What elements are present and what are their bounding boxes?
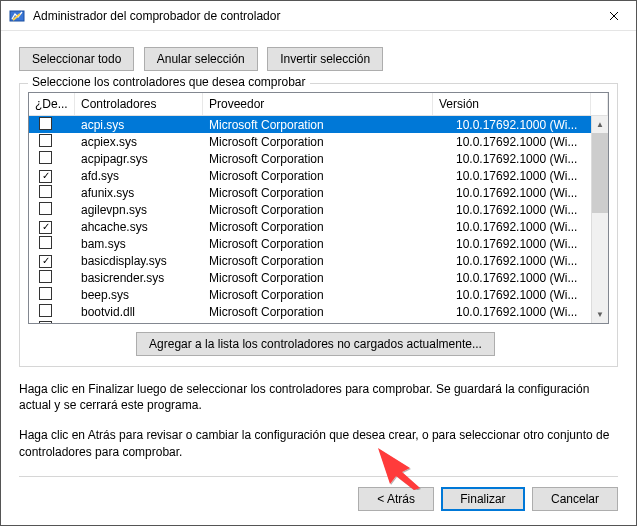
cell-provider: Microsoft Corporation bbox=[203, 271, 450, 285]
cell-provider: Microsoft Corporation bbox=[203, 135, 450, 149]
row-checkbox[interactable] bbox=[39, 270, 52, 283]
invert-selection-button[interactable]: Invertir selección bbox=[267, 47, 383, 71]
content-area: Seleccionar todo Anular selección Invert… bbox=[1, 31, 636, 525]
cell-driver: beep.sys bbox=[75, 288, 203, 302]
back-button[interactable]: < Atrás bbox=[358, 487, 434, 511]
cell-provider: Microsoft Corporation bbox=[203, 305, 450, 319]
list-header: ¿De... Controladores Proveedor Versión bbox=[29, 93, 608, 116]
row-checkbox[interactable] bbox=[39, 117, 52, 130]
table-row[interactable]: bootvid.dllMicrosoft Corporation10.0.176… bbox=[29, 303, 608, 320]
deselect-all-button[interactable]: Anular selección bbox=[144, 47, 258, 71]
row-checkbox[interactable] bbox=[39, 202, 52, 215]
row-checkbox[interactable] bbox=[39, 304, 52, 317]
cell-version: 10.0.17692.1000 (Wi... bbox=[450, 237, 608, 251]
cell-version: 10.0.17692.1000 (Wi... bbox=[450, 220, 608, 234]
table-row[interactable]: acpipagr.sysMicrosoft Corporation10.0.17… bbox=[29, 150, 608, 167]
column-header-check[interactable]: ¿De... bbox=[29, 93, 75, 115]
row-checkbox[interactable] bbox=[39, 321, 52, 324]
cancel-button[interactable]: Cancelar bbox=[532, 487, 618, 511]
cell-provider: Microsoft Corporation bbox=[203, 254, 450, 268]
app-icon bbox=[9, 8, 25, 24]
cell-version: 10.0.17692.1000 (Wi... bbox=[450, 203, 608, 217]
column-header-version[interactable]: Versión bbox=[433, 93, 591, 115]
row-checkbox[interactable]: ✓ bbox=[39, 255, 52, 268]
selection-button-row: Seleccionar todo Anular selección Invert… bbox=[19, 47, 618, 71]
cell-provider: Microsoft Corporation bbox=[203, 237, 450, 251]
cell-version: 10.0.17692.1000 (Wi... bbox=[450, 322, 608, 324]
cell-driver: acpipagr.sys bbox=[75, 152, 203, 166]
table-row[interactable]: bowser.sysMicrosoft Corporation10.0.1769… bbox=[29, 320, 608, 323]
scroll-track[interactable] bbox=[592, 213, 608, 306]
cell-provider: Microsoft Corporation bbox=[203, 118, 450, 132]
row-checkbox[interactable]: ✓ bbox=[39, 170, 52, 183]
driver-list[interactable]: ¿De... Controladores Proveedor Versión a… bbox=[28, 92, 609, 324]
column-header-provider[interactable]: Proveedor bbox=[203, 93, 433, 115]
finish-button[interactable]: Finalizar bbox=[441, 487, 524, 511]
cell-provider: Microsoft Corporation bbox=[203, 152, 450, 166]
cell-version: 10.0.17692.1000 (Wi... bbox=[450, 118, 608, 132]
scroll-down-button[interactable]: ▼ bbox=[592, 306, 608, 323]
cell-driver: ahcache.sys bbox=[75, 220, 203, 234]
cell-version: 10.0.17692.1000 (Wi... bbox=[450, 152, 608, 166]
dialog-window: Administrador del comprobador de control… bbox=[0, 0, 637, 526]
wizard-footer: < Atrás Finalizar Cancelar bbox=[19, 476, 618, 511]
table-row[interactable]: ✓ahcache.sysMicrosoft Corporation10.0.17… bbox=[29, 218, 608, 235]
table-row[interactable]: acpiex.sysMicrosoft Corporation10.0.1769… bbox=[29, 133, 608, 150]
cell-version: 10.0.17692.1000 (Wi... bbox=[450, 169, 608, 183]
help-text-2: Haga clic en Atrás para revisar o cambia… bbox=[19, 427, 618, 459]
cell-driver: afunix.sys bbox=[75, 186, 203, 200]
cell-driver: basicrender.sys bbox=[75, 271, 203, 285]
cell-provider: Microsoft Corporation bbox=[203, 220, 450, 234]
cell-version: 10.0.17692.1000 (Wi... bbox=[450, 254, 608, 268]
list-body: acpi.sysMicrosoft Corporation10.0.17692.… bbox=[29, 116, 608, 323]
window-title: Administrador del comprobador de control… bbox=[33, 9, 591, 23]
table-row[interactable]: basicrender.sysMicrosoft Corporation10.0… bbox=[29, 269, 608, 286]
group-label: Seleccione los controladores que desea c… bbox=[28, 75, 310, 89]
cell-version: 10.0.17692.1000 (Wi... bbox=[450, 305, 608, 319]
drivers-group: Seleccione los controladores que desea c… bbox=[19, 83, 618, 367]
cell-version: 10.0.17692.1000 (Wi... bbox=[450, 271, 608, 285]
cell-provider: Microsoft Corporation bbox=[203, 288, 450, 302]
add-unloaded-drivers-button[interactable]: Agregar a la lista los controladores no … bbox=[136, 332, 495, 356]
table-row[interactable]: afunix.sysMicrosoft Corporation10.0.1769… bbox=[29, 184, 608, 201]
cell-driver: acpiex.sys bbox=[75, 135, 203, 149]
cell-driver: bowser.sys bbox=[75, 322, 203, 324]
column-header-driver[interactable]: Controladores bbox=[75, 93, 203, 115]
select-all-button[interactable]: Seleccionar todo bbox=[19, 47, 134, 71]
cell-provider: Microsoft Corporation bbox=[203, 169, 450, 183]
cell-provider: Microsoft Corporation bbox=[203, 186, 450, 200]
cell-version: 10.0.17692.1000 (Wi... bbox=[450, 135, 608, 149]
titlebar: Administrador del comprobador de control… bbox=[1, 1, 636, 31]
row-checkbox[interactable] bbox=[39, 134, 52, 147]
row-checkbox[interactable] bbox=[39, 236, 52, 249]
cell-version: 10.0.17692.1000 (Wi... bbox=[450, 288, 608, 302]
row-checkbox[interactable]: ✓ bbox=[39, 221, 52, 234]
table-row[interactable]: ✓afd.sysMicrosoft Corporation10.0.17692.… bbox=[29, 167, 608, 184]
row-checkbox[interactable] bbox=[39, 151, 52, 164]
cell-driver: basicdisplay.sys bbox=[75, 254, 203, 268]
row-checkbox[interactable] bbox=[39, 287, 52, 300]
row-checkbox[interactable] bbox=[39, 185, 52, 198]
scroll-thumb[interactable] bbox=[592, 133, 608, 213]
vertical-scrollbar[interactable]: ▲ ▼ bbox=[591, 116, 608, 323]
cell-driver: agilevpn.sys bbox=[75, 203, 203, 217]
cell-provider: Microsoft Corporation bbox=[203, 203, 450, 217]
cell-driver: bam.sys bbox=[75, 237, 203, 251]
cell-driver: afd.sys bbox=[75, 169, 203, 183]
table-row[interactable]: acpi.sysMicrosoft Corporation10.0.17692.… bbox=[29, 116, 608, 133]
column-header-scroll-spacer bbox=[591, 93, 608, 115]
table-row[interactable]: bam.sysMicrosoft Corporation10.0.17692.1… bbox=[29, 235, 608, 252]
cell-provider: Microsoft Corporation bbox=[203, 322, 450, 324]
cell-version: 10.0.17692.1000 (Wi... bbox=[450, 186, 608, 200]
close-button[interactable] bbox=[591, 1, 636, 30]
table-row[interactable]: agilevpn.sysMicrosoft Corporation10.0.17… bbox=[29, 201, 608, 218]
table-row[interactable]: beep.sysMicrosoft Corporation10.0.17692.… bbox=[29, 286, 608, 303]
help-text-1: Haga clic en Finalizar luego de seleccio… bbox=[19, 381, 618, 413]
scroll-up-button[interactable]: ▲ bbox=[592, 116, 608, 133]
table-row[interactable]: ✓basicdisplay.sysMicrosoft Corporation10… bbox=[29, 252, 608, 269]
cell-driver: bootvid.dll bbox=[75, 305, 203, 319]
cell-driver: acpi.sys bbox=[75, 118, 203, 132]
